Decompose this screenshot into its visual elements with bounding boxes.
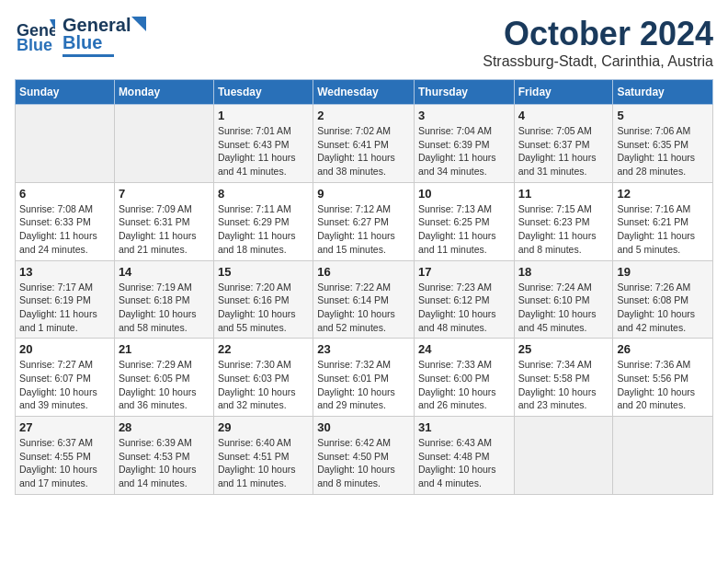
logo-underline bbox=[63, 54, 114, 57]
day-number: 1 bbox=[218, 109, 309, 122]
day-number: 2 bbox=[317, 109, 410, 122]
day-number: 19 bbox=[617, 265, 709, 279]
calendar-cell: 7 Sunrise: 7:09 AMSunset: 6:31 PMDayligh… bbox=[114, 182, 213, 260]
day-detail: Sunrise: 7:22 AMSunset: 6:14 PMDaylight:… bbox=[317, 281, 410, 335]
calendar-cell bbox=[613, 417, 713, 495]
calendar-cell: 22 Sunrise: 7:30 AMSunset: 6:03 PMDaylig… bbox=[213, 339, 313, 417]
calendar-cell: 28 Sunrise: 6:39 AMSunset: 4:53 PMDaylig… bbox=[114, 417, 213, 495]
day-detail: Sunrise: 7:05 AMSunset: 6:37 PMDaylight:… bbox=[518, 124, 609, 178]
day-number: 6 bbox=[19, 187, 110, 201]
calendar-cell: 8 Sunrise: 7:11 AMSunset: 6:29 PMDayligh… bbox=[213, 182, 313, 260]
day-detail: Sunrise: 7:13 AMSunset: 6:25 PMDaylight:… bbox=[418, 202, 510, 257]
day-number: 27 bbox=[19, 420, 110, 434]
calendar-cell: 29 Sunrise: 6:40 AMSunset: 4:51 PMDaylig… bbox=[213, 417, 313, 495]
col-sunday: Sunday bbox=[16, 80, 115, 105]
calendar-cell: 27 Sunrise: 6:37 AMSunset: 4:55 PMDaylig… bbox=[16, 417, 115, 495]
day-number: 29 bbox=[218, 420, 309, 434]
day-number: 8 bbox=[218, 187, 309, 201]
day-detail: Sunrise: 7:29 AMSunset: 6:05 PMDaylight:… bbox=[119, 358, 210, 412]
month-title: October 2024 bbox=[483, 15, 713, 53]
calendar-cell: 31 Sunrise: 6:43 AMSunset: 4:48 PMDaylig… bbox=[414, 417, 514, 495]
day-number: 7 bbox=[119, 187, 210, 201]
day-detail: Sunrise: 6:39 AMSunset: 4:53 PMDaylight:… bbox=[119, 436, 210, 490]
calendar-week-2: 6 Sunrise: 7:08 AMSunset: 6:33 PMDayligh… bbox=[16, 182, 713, 260]
day-detail: Sunrise: 6:40 AMSunset: 4:51 PMDaylight:… bbox=[218, 436, 309, 490]
day-number: 14 bbox=[119, 265, 210, 279]
calendar-cell: 25 Sunrise: 7:34 AMSunset: 5:58 PMDaylig… bbox=[514, 339, 613, 417]
day-detail: Sunrise: 7:02 AMSunset: 6:41 PMDaylight:… bbox=[317, 124, 410, 178]
title-block: October 2024 Strassburg-Stadt, Carinthia… bbox=[483, 15, 713, 70]
day-number: 23 bbox=[317, 342, 410, 356]
day-number: 30 bbox=[317, 420, 410, 434]
col-friday: Friday bbox=[514, 80, 613, 105]
day-detail: Sunrise: 6:43 AMSunset: 4:48 PMDaylight:… bbox=[418, 436, 510, 490]
day-number: 4 bbox=[518, 109, 609, 122]
svg-marker-3 bbox=[131, 17, 146, 31]
day-detail: Sunrise: 7:17 AMSunset: 6:19 PMDaylight:… bbox=[19, 281, 110, 335]
day-detail: Sunrise: 6:42 AMSunset: 4:50 PMDaylight:… bbox=[317, 436, 410, 490]
day-detail: Sunrise: 7:11 AMSunset: 6:29 PMDaylight:… bbox=[218, 202, 309, 257]
day-number: 25 bbox=[518, 342, 609, 356]
calendar-table: Sunday Monday Tuesday Wednesday Thursday… bbox=[15, 79, 713, 495]
calendar-cell: 3 Sunrise: 7:04 AMSunset: 6:39 PMDayligh… bbox=[414, 105, 514, 183]
calendar-cell: 4 Sunrise: 7:05 AMSunset: 6:37 PMDayligh… bbox=[514, 105, 613, 183]
logo-icon: General Blue bbox=[15, 16, 55, 56]
logo: General Blue General Blue bbox=[15, 15, 146, 57]
calendar-cell: 11 Sunrise: 7:15 AMSunset: 6:23 PMDaylig… bbox=[514, 182, 613, 260]
day-detail: Sunrise: 6:37 AMSunset: 4:55 PMDaylight:… bbox=[19, 436, 110, 490]
day-number: 3 bbox=[418, 109, 510, 122]
col-tuesday: Tuesday bbox=[213, 80, 313, 105]
calendar-cell: 1 Sunrise: 7:01 AMSunset: 6:43 PMDayligh… bbox=[213, 105, 313, 183]
location-title: Strassburg-Stadt, Carinthia, Austria bbox=[483, 53, 713, 70]
day-number: 13 bbox=[19, 265, 110, 279]
day-number: 31 bbox=[418, 420, 510, 434]
day-number: 15 bbox=[218, 265, 309, 279]
calendar-week-5: 27 Sunrise: 6:37 AMSunset: 4:55 PMDaylig… bbox=[16, 417, 713, 495]
day-detail: Sunrise: 7:33 AMSunset: 6:00 PMDaylight:… bbox=[418, 358, 510, 412]
calendar-cell: 18 Sunrise: 7:24 AMSunset: 6:10 PMDaylig… bbox=[514, 260, 613, 339]
calendar-week-4: 20 Sunrise: 7:27 AMSunset: 6:07 PMDaylig… bbox=[16, 339, 713, 417]
day-detail: Sunrise: 7:34 AMSunset: 5:58 PMDaylight:… bbox=[518, 358, 609, 412]
calendar-cell bbox=[514, 417, 613, 495]
calendar-cell: 19 Sunrise: 7:26 AMSunset: 6:08 PMDaylig… bbox=[613, 260, 713, 339]
calendar-cell: 2 Sunrise: 7:02 AMSunset: 6:41 PMDayligh… bbox=[313, 105, 415, 183]
day-detail: Sunrise: 7:04 AMSunset: 6:39 PMDaylight:… bbox=[418, 124, 510, 178]
day-number: 18 bbox=[518, 265, 609, 279]
col-monday: Monday bbox=[114, 80, 213, 105]
col-saturday: Saturday bbox=[613, 80, 713, 105]
calendar-cell: 15 Sunrise: 7:20 AMSunset: 6:16 PMDaylig… bbox=[213, 260, 313, 339]
day-number: 16 bbox=[317, 265, 410, 279]
day-number: 9 bbox=[317, 187, 410, 201]
calendar-week-3: 13 Sunrise: 7:17 AMSunset: 6:19 PMDaylig… bbox=[16, 260, 713, 339]
day-number: 28 bbox=[119, 420, 210, 434]
svg-text:Blue: Blue bbox=[17, 36, 52, 54]
calendar-cell: 17 Sunrise: 7:23 AMSunset: 6:12 PMDaylig… bbox=[414, 260, 514, 339]
day-detail: Sunrise: 7:20 AMSunset: 6:16 PMDaylight:… bbox=[218, 281, 309, 335]
calendar-cell: 24 Sunrise: 7:33 AMSunset: 6:00 PMDaylig… bbox=[414, 339, 514, 417]
calendar-cell: 21 Sunrise: 7:29 AMSunset: 6:05 PMDaylig… bbox=[114, 339, 213, 417]
calendar-cell: 10 Sunrise: 7:13 AMSunset: 6:25 PMDaylig… bbox=[414, 182, 514, 260]
calendar-cell: 14 Sunrise: 7:19 AMSunset: 6:18 PMDaylig… bbox=[114, 260, 213, 339]
calendar-cell: 16 Sunrise: 7:22 AMSunset: 6:14 PMDaylig… bbox=[313, 260, 415, 339]
day-number: 22 bbox=[218, 342, 309, 356]
day-number: 20 bbox=[19, 342, 110, 356]
page-header: General Blue General Blue October 2024 S… bbox=[15, 15, 713, 70]
day-detail: Sunrise: 7:30 AMSunset: 6:03 PMDaylight:… bbox=[218, 358, 309, 412]
calendar-cell: 20 Sunrise: 7:27 AMSunset: 6:07 PMDaylig… bbox=[16, 339, 115, 417]
logo-chevron-icon bbox=[131, 17, 146, 31]
day-number: 11 bbox=[518, 187, 609, 201]
day-number: 17 bbox=[418, 265, 510, 279]
day-detail: Sunrise: 7:23 AMSunset: 6:12 PMDaylight:… bbox=[418, 281, 510, 335]
calendar-cell: 23 Sunrise: 7:32 AMSunset: 6:01 PMDaylig… bbox=[313, 339, 415, 417]
calendar-cell: 9 Sunrise: 7:12 AMSunset: 6:27 PMDayligh… bbox=[313, 182, 415, 260]
day-detail: Sunrise: 7:12 AMSunset: 6:27 PMDaylight:… bbox=[317, 202, 410, 257]
day-number: 26 bbox=[617, 342, 709, 356]
day-detail: Sunrise: 7:01 AMSunset: 6:43 PMDaylight:… bbox=[218, 124, 309, 178]
day-detail: Sunrise: 7:24 AMSunset: 6:10 PMDaylight:… bbox=[518, 281, 609, 335]
day-detail: Sunrise: 7:32 AMSunset: 6:01 PMDaylight:… bbox=[317, 358, 410, 412]
header-row: Sunday Monday Tuesday Wednesday Thursday… bbox=[16, 80, 713, 105]
day-detail: Sunrise: 7:16 AMSunset: 6:21 PMDaylight:… bbox=[617, 202, 709, 257]
day-detail: Sunrise: 7:08 AMSunset: 6:33 PMDaylight:… bbox=[19, 202, 110, 257]
day-number: 24 bbox=[418, 342, 510, 356]
calendar-cell: 6 Sunrise: 7:08 AMSunset: 6:33 PMDayligh… bbox=[16, 182, 115, 260]
